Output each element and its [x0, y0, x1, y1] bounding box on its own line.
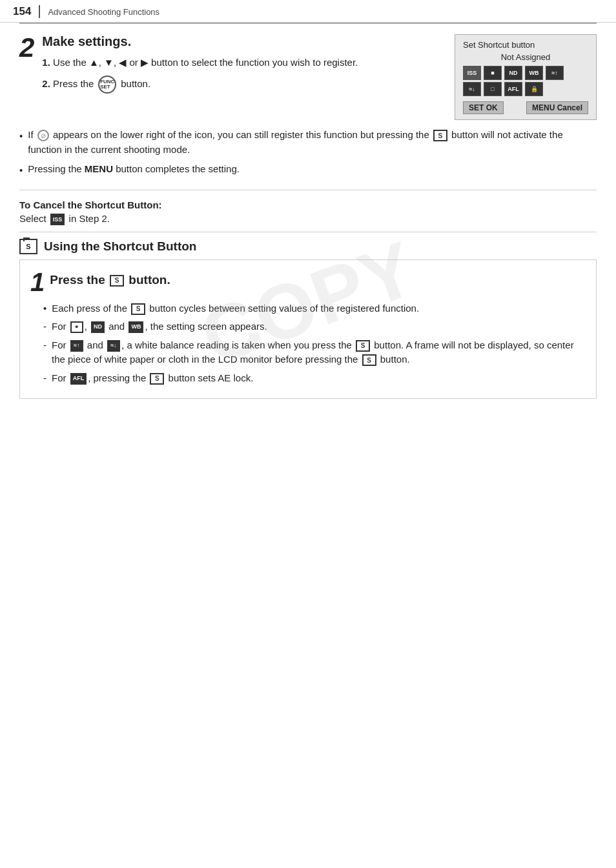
sub-bullet-1: • Each press of the S button cycles betw… — [43, 301, 586, 316]
icon-grid: ISS ■ ND WB ≈↑ ≈↓ □ AFL 🔒 — [463, 66, 588, 96]
cancel-icon: ISS — [50, 214, 65, 225]
wb-up-icon: ≈↑ — [70, 340, 83, 352]
s-icon-b1: S — [131, 303, 145, 315]
s-icon-d3: S — [150, 373, 164, 385]
dash-item-2: - For ≈↑ and ≈↓, a white balance reading… — [43, 338, 586, 367]
icon-row-1: ISS ■ ND WB ≈↑ — [463, 66, 588, 80]
cancel-text: Select ISS in Step 2. — [19, 213, 597, 225]
panel-title: Set Shortcut button — [463, 40, 588, 50]
panel-icon-sq: ■ — [484, 66, 502, 80]
page-title: Advanced Shooting Functions — [48, 7, 159, 17]
not-assigned: Not Assigned — [463, 52, 588, 62]
sub-bullets: • Each press of the S button cycles betw… — [43, 301, 586, 316]
section-2: 2 Make settings. 1. Use the ▲, ▼, ◀ or ▶… — [19, 23, 597, 190]
bullet-note-2: • Pressing the MENU button completes the… — [19, 162, 597, 178]
page-number: 154 — [13, 5, 40, 18]
func-set-icon: FUNCSET — [98, 76, 116, 94]
main-content: 2 Make settings. 1. Use the ▲, ▼, ◀ or ▶… — [0, 23, 616, 399]
panel-icon-iss: ISS — [463, 66, 481, 80]
cancel-heading: To Cancel the Shortcut Button: — [19, 199, 597, 210]
section-1-header: 1 Press the S button. — [30, 269, 586, 295]
panel-icon-wb-down: ≈↓ — [463, 82, 481, 96]
s-icon-d2b: S — [362, 354, 376, 366]
icon-row-2: ≈↓ □ AFL 🔒 — [463, 82, 588, 96]
bullet-note-1: • If ⊘ appears on the lower right of the… — [19, 128, 597, 157]
wb-icon: WB — [128, 321, 143, 333]
panel-icon-wb-up: ≈↑ — [546, 66, 564, 80]
dash-item-1: - For ●, ND and WB, the setting screen a… — [43, 319, 586, 334]
section-1: 1 Press the S button. • Each press of th… — [19, 259, 597, 399]
panel-icon-lock: 🔒 — [525, 82, 543, 96]
panel-icon-afl: AFL — [504, 82, 522, 96]
s-button-icon-heading: S — [110, 275, 124, 287]
step-2-item-2: 2. Press the FUNCSET button. — [42, 76, 442, 94]
panel-buttons: SET OK MENU Cancel — [463, 101, 588, 114]
dash-list: - For ●, ND and WB, the setting screen a… — [43, 319, 586, 385]
s-icon-d2: S — [356, 340, 370, 352]
press-heading: Press the S button. — [50, 269, 170, 287]
s-button-icon-1: S — [433, 130, 447, 141]
shortcut-heading-section: S Using the Shortcut Button — [19, 232, 597, 259]
wb-down-icon: ≈↓ — [107, 340, 120, 352]
shortcut-heading-text: Using the Shortcut Button — [44, 239, 196, 254]
step-2-item-1: 1. Use the ▲, ▼, ◀ or ▶ button to select… — [42, 56, 442, 70]
step-number-1: 1 — [30, 269, 45, 295]
no-icon: ⊘ — [37, 130, 49, 141]
step-number-2: 2 — [19, 34, 34, 61]
panel-set-ok[interactable]: SET OK — [463, 101, 504, 114]
nd-icon: ND — [91, 321, 105, 333]
panel-icon-wb: WB — [525, 66, 543, 80]
afl-icon: AFL — [70, 373, 87, 385]
cancel-section: To Cancel the Shortcut Button: Select IS… — [19, 190, 597, 232]
panel-menu-cancel[interactable]: MENU Cancel — [526, 101, 588, 114]
dash-item-3: - For AFL, pressing the S button sets AE… — [43, 371, 586, 386]
bullet-dot-2: • — [19, 163, 23, 178]
section-2-content: Make settings. 1. Use the ▲, ▼, ◀ or ▶ b… — [42, 34, 442, 99]
shortcut-panel: Set Shortcut button Not Assigned ISS ■ N… — [455, 34, 597, 120]
shortcut-heading-icon: S — [19, 239, 37, 254]
panel-icon-box: □ — [484, 82, 502, 96]
section-2-row: 2 Make settings. 1. Use the ▲, ▼, ◀ or ▶… — [19, 34, 597, 120]
bullet-dot-1: • — [19, 129, 23, 144]
steps-list: 1. Use the ▲, ▼, ◀ or ▶ button to select… — [42, 56, 442, 94]
page-header: 154 Advanced Shooting Functions — [0, 0, 616, 23]
bullet-notes: • If ⊘ appears on the lower right of the… — [19, 128, 597, 183]
panel-icon-nd: ND — [504, 66, 522, 80]
iso-icon: ● — [70, 321, 83, 333]
section-2-heading: Make settings. — [42, 34, 442, 49]
